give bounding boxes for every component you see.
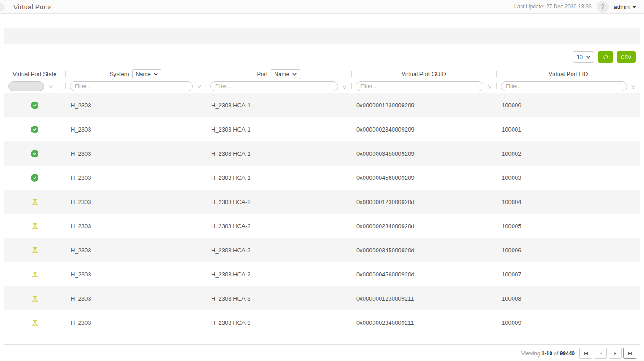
port-cell: H_2303 HCA-2 [206, 271, 351, 278]
system-field-select[interactable]: Name [132, 69, 161, 79]
guid-filter-input[interactable] [356, 81, 483, 91]
last-update-text: Last Update: 27 Dec 2020 13:36 [514, 4, 592, 10]
system-cell: H_2303 [65, 126, 206, 133]
page-size-value: 10 [577, 54, 583, 60]
caret-right-icon [613, 351, 618, 356]
table-row[interactable]: H_2303 H_2303 HCA-3 0x0000001230009211 1… [4, 286, 640, 310]
column-header-state: Virtual Port State [4, 68, 65, 80]
port-cell: H_2303 HCA-1 [206, 102, 351, 109]
next-page-button[interactable] [609, 348, 622, 359]
table-row[interactable]: H_2303 H_2303 HCA-2 0x000000123000920d 1… [4, 190, 640, 214]
port-field-select[interactable]: Name [271, 69, 300, 79]
check-circle-icon [31, 150, 38, 157]
system-cell: H_2303 [65, 271, 206, 278]
help-icon[interactable]: ? [597, 1, 609, 13]
state-filter-input [8, 81, 44, 91]
column-header-system: System Name [65, 68, 206, 80]
lid-cell: 100007 [496, 271, 640, 278]
funnel-icon[interactable]: ▽ [343, 84, 347, 89]
table-row[interactable]: H_2303 H_2303 HCA-2 0x000000456000920d 1… [4, 262, 640, 286]
viewing-summary: Viewing 1-10 of 99440 [521, 350, 575, 357]
column-header-guid: Virtual Port GUID [351, 68, 496, 80]
skip-to-last-icon [627, 351, 633, 356]
lid-cell: 100004 [496, 199, 640, 205]
table-filter-row: ▽ ▽ ▽ ▽ ▽ [4, 80, 640, 93]
lid-filter-input[interactable] [501, 81, 627, 91]
port-cell: H_2303 HCA-2 [206, 199, 351, 205]
chevron-down-icon [154, 72, 158, 76]
filter-cell-port: ▽ [206, 80, 351, 93]
system-cell: H_2303 [65, 319, 206, 326]
system-cell: H_2303 [65, 295, 206, 302]
system-cell: H_2303 [65, 199, 206, 205]
port-cell: H_2303 HCA-1 [206, 174, 351, 181]
guid-cell: 0x000000234000920d [351, 223, 496, 229]
viewing-total: 99440 [560, 350, 575, 357]
table-header-row: Virtual Port State System Name Port Name… [4, 68, 640, 80]
port-cell: H_2303 HCA-2 [206, 247, 351, 254]
guid-cell: 0x0000002340009211 [351, 319, 496, 326]
guid-cell: 0x0000001230009209 [351, 102, 496, 109]
table-row[interactable]: H_2303 H_2303 HCA-3 0x0000002340009211 1… [4, 310, 640, 335]
menu-toggle-icon[interactable] [0, 3, 4, 11]
lid-cell: 100006 [496, 247, 640, 254]
funnel-icon[interactable]: ▽ [49, 84, 53, 89]
table-row[interactable]: H_2303 H_2303 HCA-1 0x0000002340009209 1… [4, 117, 640, 141]
hourglass-icon [31, 246, 38, 254]
state-cell [4, 246, 65, 254]
hourglass-icon [31, 295, 38, 302]
state-cell [4, 150, 65, 157]
port-cell: H_2303 HCA-2 [206, 223, 351, 229]
export-csv-button[interactable]: CSV [617, 51, 636, 63]
lid-cell: 100002 [496, 150, 640, 157]
table-row[interactable]: H_2303 H_2303 HCA-1 0x0000004560009209 1… [4, 166, 640, 190]
system-cell: H_2303 [65, 102, 206, 109]
state-cell [4, 102, 65, 109]
guid-cell: 0x0000001230009211 [351, 295, 496, 302]
funnel-icon[interactable]: ▽ [631, 84, 636, 89]
hourglass-icon [31, 198, 38, 205]
funnel-icon[interactable]: ▽ [488, 84, 492, 89]
guid-cell: 0x0000003450009209 [351, 150, 496, 157]
table-row[interactable]: H_2303 H_2303 HCA-1 0x0000001230009209 1… [4, 93, 640, 117]
column-header-lid: Virtual Port LID [496, 68, 640, 80]
pager [579, 348, 636, 359]
system-filter-input[interactable] [70, 81, 193, 91]
hourglass-icon [31, 319, 38, 326]
guid-cell: 0x000000456000920d [351, 271, 496, 278]
system-cell: H_2303 [65, 247, 206, 254]
funnel-icon[interactable]: ▽ [197, 84, 201, 89]
table-row[interactable]: H_2303 H_2303 HCA-1 0x0000003450009209 1… [4, 141, 640, 166]
table-toolbar: 10 CSV [4, 51, 636, 63]
virtual-ports-panel: 10 CSV Virtual Port State System Name Po… [4, 28, 640, 361]
lid-cell: 100001 [496, 126, 640, 133]
state-cell [4, 126, 65, 133]
state-cell [4, 319, 65, 326]
lid-cell: 100005 [496, 223, 640, 229]
page-title: Virtual Ports [13, 3, 51, 11]
table-row[interactable]: H_2303 H_2303 HCA-2 0x000000234000920d 1… [4, 214, 640, 238]
table-row[interactable]: H_2303 H_2303 HCA-2 0x000000345000920d 1… [4, 238, 640, 262]
port-filter-input[interactable] [210, 81, 338, 91]
prev-page-button[interactable] [594, 348, 607, 359]
topbar: Virtual Ports Last Update: 27 Dec 2020 1… [0, 0, 644, 14]
first-page-button[interactable] [579, 348, 592, 359]
hourglass-icon [31, 271, 38, 278]
table-body: H_2303 H_2303 HCA-1 0x0000001230009209 1… [4, 93, 640, 335]
state-cell [4, 222, 65, 229]
lid-cell: 100003 [496, 174, 640, 181]
skip-to-first-icon [583, 351, 589, 356]
system-cell: H_2303 [65, 150, 206, 157]
state-cell [4, 174, 65, 182]
state-cell [4, 295, 65, 302]
user-name: admin [614, 4, 630, 10]
guid-cell: 0x000000345000920d [351, 247, 496, 254]
last-page-button[interactable] [623, 348, 636, 359]
chevron-down-icon [292, 72, 297, 76]
page-size-select[interactable]: 10 [573, 51, 594, 63]
refresh-button[interactable] [598, 51, 613, 63]
column-header-port: Port Name [206, 68, 351, 80]
user-menu[interactable]: admin [614, 4, 636, 10]
sync-arrows-icon [602, 54, 609, 60]
guid-cell: 0x000000123000920d [351, 199, 496, 205]
